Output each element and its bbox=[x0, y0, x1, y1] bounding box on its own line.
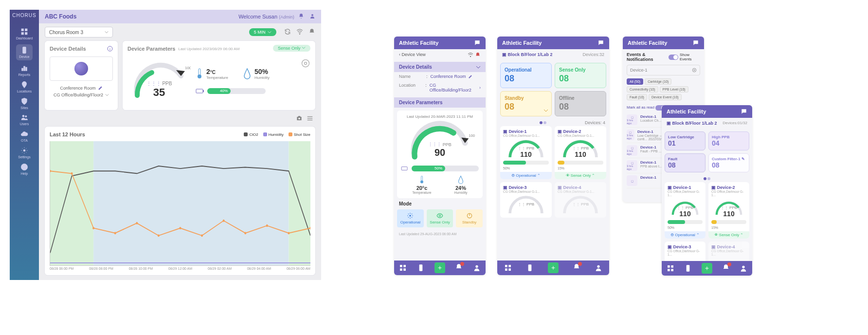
camera-icon[interactable] bbox=[296, 115, 303, 122]
pagination bbox=[662, 175, 752, 182]
sidebar-item-help[interactable]: Help bbox=[16, 163, 33, 176]
back-breadcrumb[interactable]: ‹ Device View bbox=[394, 49, 486, 62]
bell-icon[interactable] bbox=[298, 13, 304, 19]
device-card[interactable]: ▣ Device-1 CG Office,Dartmoor G-1... ⋮⋮ … bbox=[665, 182, 705, 239]
bell-icon[interactable] bbox=[475, 52, 481, 58]
events-search[interactable]: Device-1 bbox=[627, 65, 700, 75]
device-icon[interactable] bbox=[684, 264, 692, 272]
refresh-icon[interactable] bbox=[284, 28, 291, 35]
svg-point-31 bbox=[92, 227, 94, 229]
sidebar-item-ota[interactable]: OTA bbox=[16, 130, 33, 143]
cartridge-icon bbox=[401, 166, 409, 171]
svg-rect-45 bbox=[401, 167, 407, 170]
device-details-accordion[interactable]: Device Details bbox=[394, 62, 486, 72]
chat-icon[interactable] bbox=[741, 108, 747, 115]
room-select[interactable]: Chorus Room 3 bbox=[45, 27, 113, 37]
info-icon[interactable] bbox=[107, 46, 113, 52]
filter-chip[interactable]: Connectivity (10) bbox=[627, 86, 658, 93]
refresh-interval-pill[interactable]: 5 MIN bbox=[249, 28, 276, 36]
status-pill[interactable]: Sense Only bbox=[273, 45, 310, 52]
svg-point-33 bbox=[136, 222, 138, 224]
mode-sense[interactable]: Sense Only bbox=[427, 209, 453, 227]
svg-point-10 bbox=[23, 149, 25, 151]
device-icon[interactable] bbox=[526, 264, 534, 272]
edit-icon[interactable] bbox=[468, 74, 472, 79]
list-icon[interactable] bbox=[307, 115, 313, 122]
grid-icon[interactable] bbox=[399, 264, 407, 272]
filter-chip[interactable]: Fault (10) bbox=[627, 94, 647, 100]
mode-operational[interactable]: Operational bbox=[397, 209, 424, 227]
notifications-icon[interactable] bbox=[455, 263, 463, 272]
chart-plot[interactable] bbox=[50, 141, 310, 266]
main-content: ABC Foods Welcome Susan (Admin) Chorus R… bbox=[39, 10, 321, 280]
user-icon[interactable] bbox=[740, 264, 747, 272]
filter-chip[interactable]: Cartridge (10) bbox=[645, 78, 671, 85]
clear-icon[interactable] bbox=[692, 68, 697, 73]
mobile-bottom-nav bbox=[662, 261, 752, 276]
device-icon[interactable] bbox=[417, 264, 425, 272]
expand-icon[interactable] bbox=[301, 58, 310, 68]
add-button[interactable] bbox=[548, 262, 559, 273]
footer-updated: Last Updated 29-AUG-2023 06:00 AM bbox=[394, 230, 486, 238]
device-card[interactable]: ▣ Device-4 CG Office,Dartmoor G-1... ⋮⋮ … bbox=[708, 242, 749, 261]
show-events-toggle[interactable] bbox=[669, 55, 678, 60]
device-params-accordion[interactable]: Device Parameters bbox=[394, 97, 486, 108]
wifi-icon[interactable] bbox=[296, 28, 303, 35]
device-icon bbox=[20, 46, 28, 54]
tile-standby[interactable]: Standby08 bbox=[500, 91, 552, 116]
device-card[interactable]: ▣ Device-2 CG Office,Dartmoor G-1... ⋮⋮ … bbox=[555, 126, 606, 179]
filter-chip[interactable]: PPB Level (10) bbox=[660, 86, 688, 93]
device-card[interactable]: ▣ Device-2 CG Office,Dartmoor G-1... ⋮⋮ … bbox=[708, 182, 749, 239]
sidebar-item-settings[interactable]: Settings bbox=[16, 147, 33, 159]
mobile-device-view: Athletic Facility ‹ Device View Device D… bbox=[394, 37, 486, 275]
chat-icon[interactable] bbox=[474, 39, 481, 46]
device-card[interactable]: ▣ Device-4 CG Office,Dartmoor G-1... ⋮⋮ … bbox=[555, 182, 606, 218]
user-icon[interactable] bbox=[473, 264, 481, 272]
device-card[interactable]: ▣ Device-3 CG Office,Dartmoor G-1... ⋮⋮ … bbox=[500, 182, 552, 218]
alert-tile[interactable]: Custom Filter-1 ✎08 bbox=[708, 153, 749, 172]
add-button[interactable] bbox=[702, 263, 712, 274]
grid-icon[interactable] bbox=[504, 264, 512, 272]
add-button[interactable] bbox=[434, 262, 445, 273]
sidebar-item-sites[interactable]: Sites bbox=[16, 97, 33, 110]
filter-chip[interactable]: Device Event (10) bbox=[649, 94, 682, 100]
chat-icon[interactable] bbox=[692, 39, 699, 46]
svg-point-13 bbox=[299, 34, 300, 34]
device-card[interactable]: ▣ Device-1 CG Office,Dartmoor G-1... ⋮⋮ … bbox=[500, 126, 552, 179]
edit-icon[interactable] bbox=[98, 86, 103, 91]
svg-rect-52 bbox=[404, 265, 406, 267]
filter-chip[interactable]: All (50) bbox=[627, 78, 643, 85]
mode-standby[interactable]: Standby bbox=[456, 209, 483, 227]
grid-icon[interactable] bbox=[667, 264, 674, 272]
location-path[interactable]: CG Office/Building/Floor2 bbox=[50, 93, 113, 97]
alert-tile[interactable]: Fault 08 bbox=[665, 153, 705, 172]
tile-sense[interactable]: Sense Only08 bbox=[555, 63, 606, 88]
bell-icon[interactable] bbox=[308, 28, 315, 35]
tile-offline[interactable]: Offline08 bbox=[555, 91, 606, 116]
card-title: Device Details bbox=[50, 46, 86, 52]
svg-point-42 bbox=[470, 56, 471, 57]
user-icon[interactable] bbox=[595, 264, 602, 272]
notifications-icon[interactable] bbox=[573, 263, 580, 272]
tile-operational[interactable]: Operational08 bbox=[500, 63, 552, 88]
svg-rect-65 bbox=[671, 265, 673, 268]
alert-tile[interactable]: Low Cartridge 01 bbox=[665, 131, 705, 150]
sidebar-item-reports[interactable]: Reports bbox=[16, 64, 33, 77]
chat-icon[interactable] bbox=[597, 39, 604, 46]
mark-all-read[interactable]: Mark all as read bbox=[627, 105, 654, 111]
user-icon[interactable] bbox=[309, 13, 315, 19]
chart-legend: ClO2 Humidity Shot Size bbox=[244, 132, 310, 137]
device-card[interactable]: ▣ Device-3 CG Office,Dartmoor G-1... ⋮⋮ … bbox=[665, 242, 705, 261]
chevron-down-icon bbox=[476, 65, 481, 70]
brand-logo: CHORUS bbox=[12, 13, 36, 18]
sidebar-item-dashboard[interactable]: Dashboard bbox=[16, 28, 33, 40]
sidebar-item-locations[interactable]: Locations bbox=[16, 81, 33, 93]
sidebar-item-device[interactable]: Device bbox=[16, 44, 33, 61]
svg-rect-61 bbox=[528, 264, 532, 271]
alert-tile[interactable]: High PPB 04 bbox=[708, 131, 749, 150]
chevron-down-icon bbox=[105, 93, 109, 97]
svg-rect-7 bbox=[26, 67, 27, 71]
sidebar-item-users[interactable]: Users bbox=[16, 113, 33, 126]
notifications-icon[interactable] bbox=[722, 264, 730, 273]
svg-rect-25 bbox=[307, 120, 313, 120]
